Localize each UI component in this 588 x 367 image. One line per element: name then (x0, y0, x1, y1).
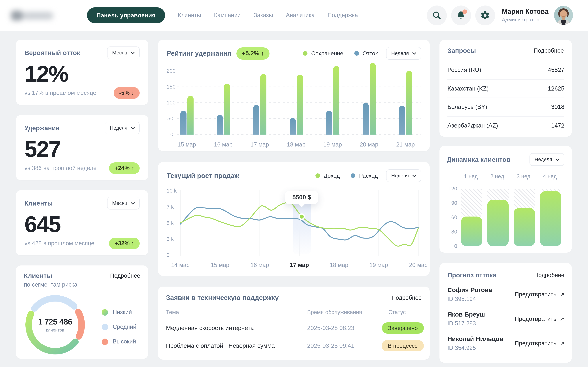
donut-legend-item: Высокий (102, 338, 137, 345)
dynamics-hatch (461, 189, 482, 217)
middle-column: Рейтинг удержания +5,2% ↑ СохранениеОтто… (158, 40, 430, 360)
sales-period-select[interactable]: Неделя (386, 169, 421, 182)
chevron-down-icon (131, 202, 135, 204)
forecast-prevent-link[interactable]: Предотвратить ↗ (515, 291, 564, 298)
forecast-details-link[interactable]: Подробнее (534, 272, 564, 279)
sales-chart-title: Текущий рост продаж (167, 172, 239, 180)
retention-period-value: Неделя (391, 50, 409, 56)
request-count: 45827 (548, 67, 564, 74)
user-name: Мария Котова (502, 8, 548, 16)
right-column: Запросы Подробнее Россия (RU)45827Казахс… (440, 40, 572, 363)
retention-plot: 05010015020015 мар16 мар17 мар18 мар19 м… (167, 58, 421, 147)
ticket-topic: Медленная скорость интернета (166, 325, 254, 332)
ticket-time: 2025-03-28 09:41 (307, 342, 354, 349)
dynamics-plot: 03060901201 нед.2 нед.3 нед.4 нед. (447, 172, 564, 248)
request-row: Казахстан (KZ)12625 (447, 79, 564, 98)
tickets-card: Заявки в техническую поддержку Подробнее… (158, 287, 430, 360)
retention-xtick: 21 мар (396, 141, 415, 148)
retention-chart-title: Рейтинг удержания (167, 49, 231, 57)
retention-chart-card: Рейтинг удержания +5,2% ↑ СохранениеОтто… (158, 40, 430, 151)
gear-icon (480, 10, 490, 20)
dynamics-week-label: 4 нед. (543, 173, 558, 180)
sales-xtick: 19 мар (369, 262, 388, 268)
dynamics-period-select[interactable]: Неделя (530, 153, 564, 166)
kpi-churn-period-select[interactable]: Месяц (107, 47, 140, 59)
dynamics-hatch (487, 189, 509, 200)
retention-period-select[interactable]: Неделя (386, 47, 421, 60)
search-button[interactable] (427, 5, 447, 25)
notifications-button[interactable] (451, 5, 471, 25)
retention-xtick: 20 мар (360, 141, 378, 148)
kpi-clients-value: 645 (25, 213, 140, 236)
kpi-retention-period-select[interactable]: Неделя (105, 122, 140, 134)
segments-details-link[interactable]: Подробнее (110, 273, 140, 279)
retention-xtick: 19 мар (323, 141, 342, 148)
avatar[interactable] (554, 6, 573, 25)
tab-clients[interactable]: Клиенты (178, 12, 201, 19)
retention-xtick: 16 мар (214, 141, 233, 148)
ticket-time: 2025-03-28 08:23 (307, 325, 354, 332)
forecast-prevent-link[interactable]: Предотвратить ↗ (515, 340, 564, 347)
ticket-row: Медленная скорость интернета2025-03-28 0… (166, 322, 424, 334)
user-block[interactable]: Мария Котова Администратор (502, 8, 548, 23)
dynamics-chart-card: Динамика клиентов Неделя 03060901201 нед… (440, 146, 572, 253)
segments-title: Клиенты (24, 272, 52, 280)
request-country: Беларусь (BY) (447, 104, 487, 110)
kpi-churn-title: Вероятный отток (25, 49, 80, 56)
settings-button[interactable] (475, 5, 495, 25)
retention-bar-churn (290, 118, 296, 134)
arrow-up-right-icon: ↗ (558, 340, 564, 347)
dynamics-ytick: 30 (447, 229, 457, 235)
legend-item: Сохранение (303, 50, 343, 57)
legend-dot-green (315, 173, 320, 178)
tab-orders[interactable]: Заказы (254, 12, 273, 19)
donut-legend-dot-blue (102, 324, 108, 330)
dynamics-bar (461, 217, 482, 246)
requests-list: Россия (RU)45827Казахстан (KZ)12625Белар… (447, 61, 564, 135)
requests-details-link[interactable]: Подробнее (534, 47, 564, 54)
kpi-churn-value: 12% (25, 63, 140, 85)
arrow-up-right-icon: ↗ (558, 292, 564, 298)
navbar: Панель управления Клиенты Кампании Заказ… (0, 0, 588, 31)
retention-bar-keep (370, 63, 376, 134)
legend-item: Доход (315, 172, 340, 179)
retention-gridline (177, 70, 421, 71)
tab-analytics[interactable]: Аналитика (286, 12, 315, 19)
tab-campaigns[interactable]: Кампании (214, 12, 241, 19)
request-row: Беларусь (BY)3018 (447, 98, 564, 116)
notification-dot (462, 9, 467, 14)
forecast-client: София РоговаID 395.194 (447, 286, 492, 302)
dynamics-bar (487, 200, 509, 246)
legend-dot-green (303, 51, 308, 56)
dynamics-hatch (514, 189, 535, 208)
forecast-client-name: Николай Нильцов (447, 335, 503, 342)
ticket-status-badge: Завершено (382, 322, 424, 334)
dynamics-week-label: 1 нед. (464, 173, 479, 180)
donut-legend-label: Низкий (113, 309, 132, 316)
legend-item: Расход (351, 172, 378, 179)
dynamics-period-value: Неделя (535, 157, 552, 162)
kpi-clients-period-select[interactable]: Месяц (107, 197, 140, 209)
tickets-details-link[interactable]: Подробнее (391, 294, 422, 301)
donut-legend-label: Средний (113, 324, 137, 330)
dynamics-bar (540, 191, 561, 246)
arrow-up-right-icon: ↗ (558, 316, 564, 322)
legend-item: Отток (354, 50, 378, 57)
retention-bar-keep (224, 84, 230, 134)
dynamics-title: Динамика клиентов (447, 156, 510, 163)
sales-xtick: 20 мар (409, 262, 428, 268)
legend-label: Доход (324, 172, 340, 179)
tab-dashboard[interactable]: Панель управления (87, 7, 165, 23)
kpi-churn-badge: -5% ↓ (114, 87, 140, 99)
kpi-retention-value: 527 (25, 138, 140, 161)
ticket-status-badge: В процессе (382, 340, 424, 351)
request-row: Азербайджан (AZ)1472 (447, 116, 564, 135)
segments-subtitle: по сегментам риска (24, 281, 140, 288)
retention-bar-keep (406, 71, 412, 134)
kpi-clients-title: Клиенты (25, 200, 53, 207)
dynamics-ytick: 60 (447, 214, 457, 221)
kpi-card-churn: Вероятный отток Месяц 12% vs 17% в прошл… (16, 40, 148, 105)
tab-support[interactable]: Поддержка (328, 12, 358, 19)
forecast-prevent-link[interactable]: Предотвратить ↗ (515, 315, 564, 322)
requests-card: Запросы Подробнее Россия (RU)45827Казахс… (440, 40, 572, 137)
